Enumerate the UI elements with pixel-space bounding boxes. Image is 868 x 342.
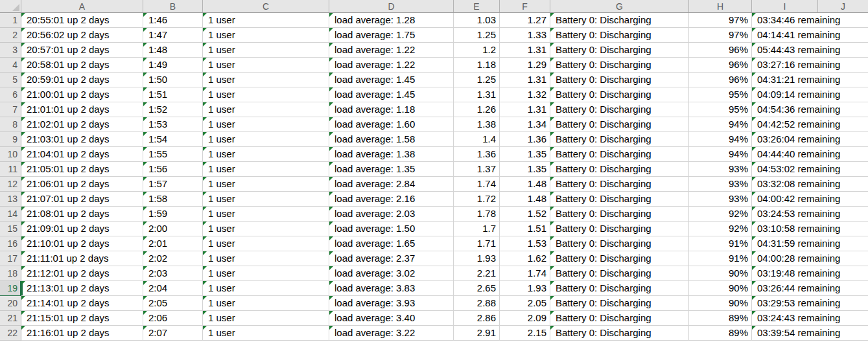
row-header-19[interactable]: 19 xyxy=(0,281,21,296)
cell-I6[interactable]: 04:09:14 remaining xyxy=(752,87,818,102)
cell-G4[interactable]: Battery 0: Discharging xyxy=(550,58,689,73)
cell-I13[interactable]: 04:00:42 remaining xyxy=(752,192,818,207)
cell-E21[interactable]: 2.86 xyxy=(454,311,500,326)
cell-D5[interactable]: load average: 1.45 xyxy=(329,73,454,87)
column-header-J[interactable]: J xyxy=(818,0,868,12)
row-header-1[interactable]: 1 xyxy=(0,13,21,28)
cell-F14[interactable]: 1.52 xyxy=(500,207,550,222)
row-header-22[interactable]: 22 xyxy=(0,326,21,341)
cell-D9[interactable]: load average: 1.58 xyxy=(329,132,454,147)
cell-I3[interactable]: 05:44:43 remaining xyxy=(752,43,818,58)
cell-E2[interactable]: 1.25 xyxy=(454,28,500,43)
row-header-8[interactable]: 8 xyxy=(0,117,21,132)
cell-A8[interactable]: 21:02:01 up 2 days xyxy=(21,117,143,132)
cell-C11[interactable]: 1 user xyxy=(203,162,329,177)
cell-I14[interactable]: 03:24:53 remaining xyxy=(752,207,818,222)
cell-G21[interactable]: Battery 0: Discharging xyxy=(550,311,689,326)
cell-G13[interactable]: Battery 0: Discharging xyxy=(550,192,689,207)
cell-I21[interactable]: 03:24:43 remaining xyxy=(752,311,818,326)
cell-D10[interactable]: load average: 1.38 xyxy=(329,147,454,162)
column-header-H[interactable]: H xyxy=(689,0,752,12)
cell-I11[interactable]: 04:53:02 remaining xyxy=(752,162,818,177)
cell-I19[interactable]: 03:26:44 remaining xyxy=(752,281,818,296)
row-header-2[interactable]: 2 xyxy=(0,28,21,43)
row-header-7[interactable]: 7 xyxy=(0,102,21,117)
cell-A22[interactable]: 21:16:01 up 2 days xyxy=(21,326,143,341)
cell-I22[interactable]: 03:39:54 remaining xyxy=(752,326,818,341)
row-header-18[interactable]: 18 xyxy=(0,266,21,281)
cell-A1[interactable]: 20:55:01 up 2 days xyxy=(21,13,143,28)
cell-H11[interactable]: 93% xyxy=(689,162,752,177)
cell-E13[interactable]: 1.72 xyxy=(454,192,500,207)
cell-G3[interactable]: Battery 0: Discharging xyxy=(550,43,689,58)
cell-F5[interactable]: 1.31 xyxy=(500,73,550,87)
row-header-4[interactable]: 4 xyxy=(0,58,21,73)
cell-D18[interactable]: load average: 3.02 xyxy=(329,266,454,281)
cell-E10[interactable]: 1.36 xyxy=(454,147,500,162)
cell-B3[interactable]: 1:48 xyxy=(143,43,203,58)
cell-C7[interactable]: 1 user xyxy=(203,102,329,117)
cell-G11[interactable]: Battery 0: Discharging xyxy=(550,162,689,177)
cell-C10[interactable]: 1 user xyxy=(203,147,329,162)
cell-B6[interactable]: 1:51 xyxy=(143,87,203,102)
cell-G20[interactable]: Battery 0: Discharging xyxy=(550,296,689,311)
cell-G19[interactable]: Battery 0: Discharging xyxy=(550,281,689,296)
cell-F18[interactable]: 1.74 xyxy=(500,266,550,281)
cell-H8[interactable]: 94% xyxy=(689,117,752,132)
row-header-9[interactable]: 9 xyxy=(0,132,21,147)
cell-D15[interactable]: load average: 1.50 xyxy=(329,222,454,236)
cell-H9[interactable]: 94% xyxy=(689,132,752,147)
cell-A21[interactable]: 21:15:01 up 2 days xyxy=(21,311,143,326)
cell-B1[interactable]: 1:46 xyxy=(143,13,203,28)
cell-D21[interactable]: load average: 3.40 xyxy=(329,311,454,326)
cell-H6[interactable]: 95% xyxy=(689,87,752,102)
cell-D3[interactable]: load average: 1.22 xyxy=(329,43,454,58)
cell-F7[interactable]: 1.31 xyxy=(500,102,550,117)
cell-A6[interactable]: 21:00:01 up 2 days xyxy=(21,87,143,102)
cell-B13[interactable]: 1:58 xyxy=(143,192,203,207)
cell-A10[interactable]: 21:04:01 up 2 days xyxy=(21,147,143,162)
cell-B8[interactable]: 1:53 xyxy=(143,117,203,132)
column-header-D[interactable]: D xyxy=(329,0,454,12)
cell-G10[interactable]: Battery 0: Discharging xyxy=(550,147,689,162)
cell-I20[interactable]: 03:29:53 remaining xyxy=(752,296,818,311)
cell-I5[interactable]: 04:31:21 remaining xyxy=(752,73,818,87)
cell-D17[interactable]: load average: 2.37 xyxy=(329,251,454,266)
cell-C20[interactable]: 1 user xyxy=(203,296,329,311)
cell-I10[interactable]: 04:44:40 remaining xyxy=(752,147,818,162)
cell-B14[interactable]: 1:59 xyxy=(143,207,203,222)
cell-C12[interactable]: 1 user xyxy=(203,177,329,192)
cell-I8[interactable]: 04:42:52 remaining xyxy=(752,117,818,132)
cell-H1[interactable]: 97% xyxy=(689,13,752,28)
cell-I4[interactable]: 03:27:16 remaining xyxy=(752,58,818,73)
cell-H19[interactable]: 90% xyxy=(689,281,752,296)
cell-H16[interactable]: 91% xyxy=(689,236,752,251)
cell-D8[interactable]: load average: 1.60 xyxy=(329,117,454,132)
cell-G15[interactable]: Battery 0: Discharging xyxy=(550,222,689,236)
cell-F11[interactable]: 1.35 xyxy=(500,162,550,177)
cell-B17[interactable]: 2:02 xyxy=(143,251,203,266)
column-header-G[interactable]: G xyxy=(550,0,689,12)
cell-H7[interactable]: 95% xyxy=(689,102,752,117)
cell-F17[interactable]: 1.62 xyxy=(500,251,550,266)
cell-D14[interactable]: load average: 2.03 xyxy=(329,207,454,222)
cell-B10[interactable]: 1:55 xyxy=(143,147,203,162)
row-header-3[interactable]: 3 xyxy=(0,43,21,58)
cell-G5[interactable]: Battery 0: Discharging xyxy=(550,73,689,87)
row-header-20[interactable]: 20 xyxy=(0,296,21,311)
cell-H17[interactable]: 91% xyxy=(689,251,752,266)
cell-G16[interactable]: Battery 0: Discharging xyxy=(550,236,689,251)
cell-G12[interactable]: Battery 0: Discharging xyxy=(550,177,689,192)
cell-G22[interactable]: Battery 0: Discharging xyxy=(550,326,689,341)
cell-I18[interactable]: 03:19:48 remaining xyxy=(752,266,818,281)
cell-E11[interactable]: 1.37 xyxy=(454,162,500,177)
cell-D11[interactable]: load average: 1.35 xyxy=(329,162,454,177)
cell-B21[interactable]: 2:06 xyxy=(143,311,203,326)
cell-B19[interactable]: 2:04 xyxy=(143,281,203,296)
cell-C3[interactable]: 1 user xyxy=(203,43,329,58)
cell-I1[interactable]: 03:34:46 remaining xyxy=(752,13,818,28)
cell-C1[interactable]: 1 user xyxy=(203,13,329,28)
cell-A12[interactable]: 21:06:01 up 2 days xyxy=(21,177,143,192)
cell-D7[interactable]: load average: 1.18 xyxy=(329,102,454,117)
column-header-F[interactable]: F xyxy=(500,0,550,12)
